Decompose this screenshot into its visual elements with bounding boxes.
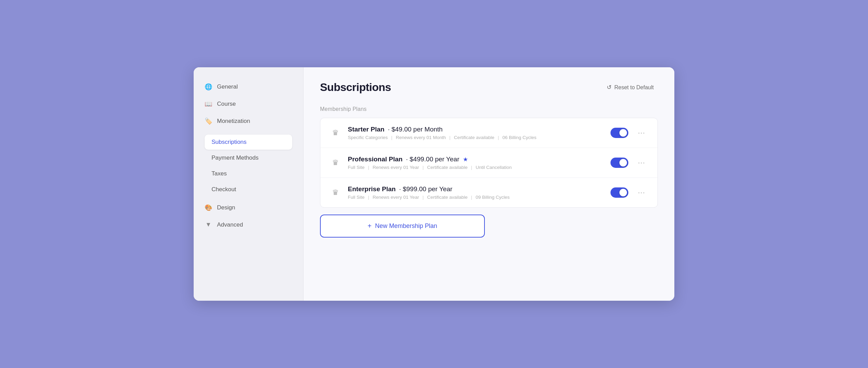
plan-details-professional: Full Site | Renews every 01 Year | Certi… <box>348 165 604 170</box>
filter-icon: ▼ <box>205 221 212 228</box>
sidebar-label-advanced: Advanced <box>217 221 243 228</box>
sidebar: 🌐 General 📖 Course 🏷️ Monetization Subsc… <box>194 67 304 301</box>
sidebar-label-course: Course <box>217 101 236 107</box>
plan-info-enterprise: Enterprise Plan · $999.00 per Year Full … <box>348 185 604 200</box>
crown-icon-enterprise: ♛ <box>330 188 341 197</box>
design-icon: 🎨 <box>205 204 212 211</box>
plan-name-enterprise: Enterprise Plan <box>348 185 396 193</box>
sidebar-label-design: Design <box>217 204 235 211</box>
plan-price-starter: · $49.00 per Month <box>388 126 443 133</box>
sidebar-label-checkout: Checkout <box>212 186 236 193</box>
plan-info-professional: Professional Plan · $499.00 per Year ★ F… <box>348 156 604 170</box>
plan-details-starter: Specific Categories | Renews every 01 Mo… <box>348 135 604 140</box>
tag-icon: 🏷️ <box>205 117 212 125</box>
sidebar-label-taxes: Taxes <box>212 170 227 177</box>
more-button-professional[interactable]: ··· <box>635 158 648 168</box>
sidebar-item-checkout[interactable]: Checkout <box>205 182 292 197</box>
sidebar-item-advanced[interactable]: ▼ Advanced <box>194 216 303 233</box>
plan-row-enterprise: ♛ Enterprise Plan · $999.00 per Year Ful… <box>320 178 658 207</box>
sidebar-item-payment-methods[interactable]: Payment Methods <box>205 150 292 165</box>
toggle-starter[interactable] <box>610 128 628 138</box>
plan-price-enterprise: · $999.00 per Year <box>399 185 452 193</box>
plan-controls-enterprise: ··· <box>610 187 648 198</box>
plan-name-starter: Starter Plan <box>348 126 385 133</box>
featured-star-professional: ★ <box>463 156 468 163</box>
plan-row-starter: ♛ Starter Plan · $49.00 per Month Specif… <box>320 118 658 148</box>
sidebar-item-general[interactable]: 🌐 General <box>194 78 303 95</box>
toggle-professional[interactable] <box>610 158 628 168</box>
reset-button[interactable]: ↺ Reset to Default <box>603 81 658 94</box>
new-plan-label: New Membership Plan <box>375 222 437 230</box>
crown-icon-starter: ♛ <box>330 128 341 137</box>
sidebar-item-monetization[interactable]: 🏷️ Monetization <box>194 113 303 130</box>
section-label: Membership Plans <box>320 106 658 112</box>
plus-icon: + <box>368 222 372 230</box>
app-container: 🌐 General 📖 Course 🏷️ Monetization Subsc… <box>194 67 674 301</box>
sidebar-item-taxes[interactable]: Taxes <box>205 166 292 181</box>
more-button-starter[interactable]: ··· <box>635 128 648 138</box>
plan-row-professional: ♛ Professional Plan · $499.00 per Year ★… <box>320 148 658 178</box>
plan-controls-professional: ··· <box>610 158 648 168</box>
plan-title-row-professional: Professional Plan · $499.00 per Year ★ <box>348 156 604 163</box>
plan-name-professional: Professional Plan <box>348 156 402 163</box>
sidebar-label-monetization: Monetization <box>217 118 250 125</box>
sidebar-item-design[interactable]: 🎨 Design <box>194 199 303 216</box>
page-title: Subscriptions <box>320 81 391 94</box>
plan-details-enterprise: Full Site | Renews every 01 Year | Certi… <box>348 195 604 200</box>
reset-button-label: Reset to Default <box>614 84 654 91</box>
sidebar-item-course[interactable]: 📖 Course <box>194 95 303 113</box>
sidebar-label-payment-methods: Payment Methods <box>212 154 259 161</box>
sidebar-section-monetization: Subscriptions Payment Methods Taxes Chec… <box>194 130 303 199</box>
new-membership-plan-button[interactable]: + New Membership Plan <box>320 215 485 238</box>
crown-icon-professional: ♛ <box>330 158 341 167</box>
plans-container: ♛ Starter Plan · $49.00 per Month Specif… <box>320 118 658 208</box>
reset-icon: ↺ <box>607 84 612 91</box>
toggle-enterprise[interactable] <box>610 187 628 198</box>
plan-info-starter: Starter Plan · $49.00 per Month Specific… <box>348 126 604 140</box>
plan-controls-starter: ··· <box>610 128 648 138</box>
sidebar-item-subscriptions[interactable]: Subscriptions <box>205 135 292 150</box>
globe-icon: 🌐 <box>205 83 212 91</box>
plan-title-row-starter: Starter Plan · $49.00 per Month <box>348 126 604 133</box>
main-content: Subscriptions ↺ Reset to Default Members… <box>304 67 674 301</box>
sidebar-label-general: General <box>217 83 238 90</box>
sidebar-label-subscriptions: Subscriptions <box>212 139 247 146</box>
plan-title-row-enterprise: Enterprise Plan · $999.00 per Year <box>348 185 604 193</box>
page-header: Subscriptions ↺ Reset to Default <box>320 81 658 94</box>
plan-price-professional: · $499.00 per Year <box>406 156 459 163</box>
more-button-enterprise[interactable]: ··· <box>635 187 648 198</box>
book-icon: 📖 <box>205 100 212 108</box>
